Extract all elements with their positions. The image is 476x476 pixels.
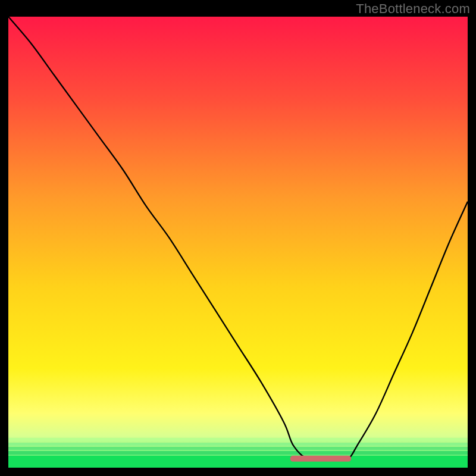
watermark-text: TheBottleneck.com <box>356 1 470 17</box>
bottleneck-curve <box>8 17 468 468</box>
plot-area <box>8 17 468 468</box>
